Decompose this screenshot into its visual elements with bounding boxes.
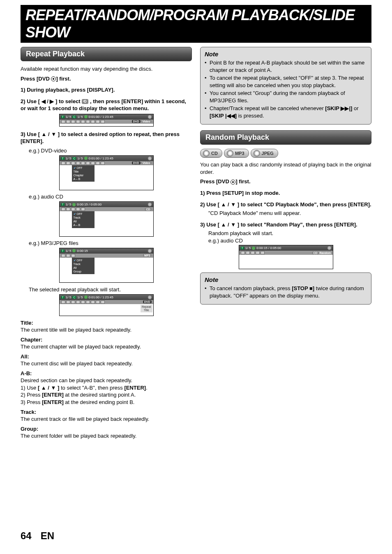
status-dot-icon [148,115,152,119]
disc-icon [254,150,260,157]
eg-cd-label: e.g.) audio CD [29,194,192,200]
osd-time: 0:01:00 / 1:23:45 [89,115,113,119]
eg-dvd-label: e.g.) DVD-video [29,148,192,154]
note-title-1: Note [205,51,367,58]
note-box-1: Note Point B for the repeat A-B playback… [200,47,371,125]
disc-icon [227,150,233,157]
osd-screenshot-6: T 1/ 5 0:00:15 / 0:05:00 CD Random [239,245,333,269]
osd-t-badge: T [61,115,65,118]
def-group: Group: The current folder will be played… [21,425,192,440]
note1-item: Chapter/Track repeat will be canceled wh… [205,105,367,119]
note1-item: Point B for the repeat A-B playback shou… [205,59,367,74]
def-ab: A-B: Desired section can be played back … [21,370,192,406]
def-title: Title: The current title will be played … [21,319,192,334]
osd-mini-icon [66,120,70,123]
osd-chap-counter: 1/ 5 [77,115,83,119]
eg-mp3-label: e.g.) MP3/JPEG files [29,240,192,246]
repeat-loop-icon [82,99,88,104]
osd-screenshot-2: T 1/ 5 C 1/ 5 0:01:00 / 1:23:45 DVD Vide… [59,155,154,190]
osd-c-badge: C [72,115,76,118]
osd-mini-icon [101,120,105,123]
random-step-3-sub2: e.g.) audio CD [208,237,371,245]
osd-screenshot-5: T 1/ 5 C 1/ 5 0:01:00 / 1:23:45 DVD Repe… [59,294,154,316]
dvd-tag: DVD [132,120,141,123]
osd-repeat-menu-dvd: OFF Title Chapter A – B [72,165,95,182]
note1-item: To cancel the repeat playback, select "O… [205,74,367,89]
def-all: All: The current disc will be played bac… [21,353,192,367]
section-random-playback: Random Playback [200,130,371,145]
repeat-step-2: 2) Use [ ◀ / ▶ ] to select , then press … [21,98,192,112]
def-chapter: Chapter: The current chapter will be pla… [21,336,192,351]
press-dvd-first-2: Press [DVD ] first. [200,178,371,185]
repeat-step-1: 1) During playback, press [DISPLAY]. [21,86,192,94]
repeat-intro: Available repeat function may vary depen… [21,65,192,73]
badge-jpeg: JPEG [251,149,278,158]
format-badges: CD MP3 JPEG [200,149,371,158]
note-title-2: Note [205,276,367,283]
osd-mini-icon [61,120,65,123]
osd-screenshot-1: T 1/ 5 C 1/ 5 0:01:00 / 1:23:45 [59,114,154,127]
note-box-2: Note To cancel random playback, press [S… [200,272,371,305]
osd-repeat-menu-cd: OFF Track All A – B [72,211,95,228]
osd-repeat-menu-mp3: OFF Track All Group [72,258,95,274]
osd-mini-icon [86,120,90,123]
page-number: 64EN [21,530,54,542]
osd-mini-icon [91,120,95,123]
note1-item: You cannot select "Group" during the ran… [205,90,367,104]
random-status-label: Random [320,252,331,254]
random-step-3: 3) Use [ ▲ / ▼ ] to select "Random Play"… [200,221,371,229]
random-step-1: 1) Press [SETUP] in stop mode. [200,189,371,197]
badge-cd: CD [200,149,222,158]
note2-item: To cancel random playback, press [STOP ■… [205,285,367,299]
osd-mini-icon [96,120,100,123]
osd-screenshot-4: T 1/ 5 0:00:15 MP3 OFF Track All Group [59,248,154,283]
osd-repeat-status: Repeat Title [141,305,152,313]
random-step-2: 2) Use [ ▲ / ▼ ] to select "CD Playback … [200,201,371,208]
selected-repeat-text: The selected repeat playback will start. [29,286,192,293]
disc-icon [203,150,210,157]
left-column: Repeat Playback Available repeat functio… [21,47,192,442]
random-step-2-sub: "CD Playback Mode" menu will appear. [208,210,371,217]
random-step-3-sub1: Random playback will start. [208,230,371,237]
badge-mp3: MP3 [224,149,249,158]
press-dvd-first-1: Press [DVD ] first. [21,75,192,83]
osd-screenshot-3: T 1/ 5 0:00:15 / 0:05:00 CD OFF Track Al… [59,201,154,236]
def-track: Track: The current track or file will be… [21,409,192,423]
video-tag: Video [141,120,152,123]
dvd-disc-icon [51,76,56,81]
osd-title-counter: 1/ 5 [66,115,71,119]
random-intro: You can play back a disc randomly instea… [200,161,371,175]
page-main-title: REPEAT/RANDOM/PROGRAM PLAYBACK/SLIDE SHO… [21,5,371,43]
page-lang: EN [41,530,54,541]
osd-mini-icon [76,120,80,123]
dvd-disc-icon [231,180,235,185]
section-repeat-playback: Repeat Playback [21,47,192,61]
repeat-step-3: 3) Use [ ▲ / ▼ ] to select a desired opt… [21,131,192,145]
osd-mini-icon [71,120,75,123]
right-column: Note Point B for the repeat A-B playback… [200,47,371,442]
clock-icon [84,115,88,118]
osd-mini-icon [81,120,85,123]
